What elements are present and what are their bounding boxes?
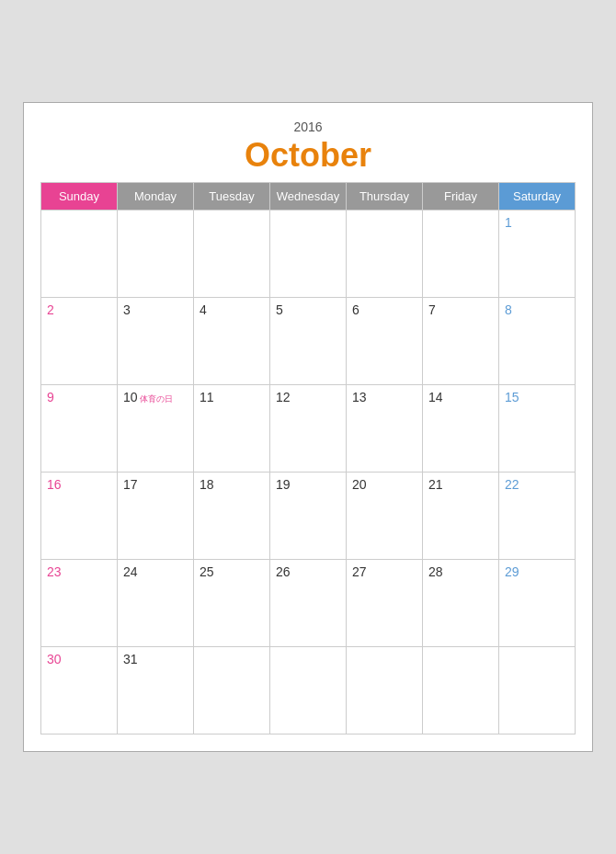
calendar-cell: 15 [499,385,576,473]
calendar-cell: 28 [423,560,499,647]
calendar-cell [423,647,499,734]
calendar-cell [347,211,423,298]
day-number: 23 [47,564,62,579]
day-number: 5 [276,302,283,317]
calendar-cell: 9 [41,385,118,473]
day-number: 17 [123,477,138,492]
calendar-cell: 1 [499,211,576,298]
calendar-cell [270,211,347,298]
calendar-cell: 20 [347,473,423,560]
calendar-cell [423,211,499,298]
day-number: 8 [505,302,512,317]
calendar-cell [118,211,194,298]
day-number: 25 [200,564,214,579]
calendar-cell: 24 [118,560,194,647]
calendar-cell: 13 [347,385,423,473]
calendar-cell [499,647,576,734]
day-number: 18 [200,477,214,492]
calendar-cell [194,647,270,734]
day-number: 22 [505,477,519,492]
calendar-cell: 23 [41,560,118,647]
calendar-cell [194,211,270,298]
calendar-header: 2016 October [40,120,576,175]
header-thursday: Thursday [347,183,423,211]
day-number: 20 [352,477,367,492]
header-saturday: Saturday [499,183,576,211]
day-number: 3 [123,302,131,317]
calendar-cell: 3 [118,298,194,385]
day-number: 13 [352,390,367,404]
day-number: 16 [47,477,62,492]
day-number: 29 [505,564,519,579]
calendar-cell: 8 [499,298,576,385]
calendar-grid: Sunday Monday Tuesday Wednesday Thursday… [40,182,576,734]
calendar-week-row: 16171819202122 [41,473,576,560]
holiday-label: 体育の日 [140,394,173,404]
calendar-cell: 26 [270,560,347,647]
calendar-cell [347,647,423,734]
calendar-week-row: 3031 [41,647,576,734]
calendar-cell: 2 [41,298,118,385]
calendar-cell: 11 [194,385,270,473]
calendar-week-row: 1 [41,211,576,298]
day-number: 24 [123,564,138,579]
calendar-cell: 5 [270,298,347,385]
calendar-cell: 30 [41,647,118,734]
day-number: 12 [276,390,291,404]
calendar-cell: 16 [41,473,118,560]
header-wednesday: Wednesday [270,183,347,211]
calendar-cell: 22 [499,473,576,560]
day-number: 9 [47,390,54,404]
day-number: 4 [200,302,207,317]
day-number: 26 [276,564,291,579]
calendar-month: October [40,136,576,175]
header-monday: Monday [118,183,194,211]
calendar-cell: 18 [194,473,270,560]
calendar-cell: 12 [270,385,347,473]
calendar-cell: 29 [499,560,576,647]
calendar-cell: 31 [118,647,194,734]
calendar-cell: 27 [347,560,423,647]
day-number: 2 [47,302,54,317]
calendar-year: 2016 [40,120,576,134]
day-number: 28 [428,564,443,579]
calendar-cell: 4 [194,298,270,385]
calendar-cell: 19 [270,473,347,560]
day-number: 6 [352,302,359,317]
day-number: 1 [505,215,512,230]
calendar-cell: 17 [118,473,194,560]
day-number: 30 [47,652,62,666]
day-number: 11 [200,390,214,404]
calendar-week-row: 2345678 [41,298,576,385]
day-number: 14 [428,390,443,404]
day-number: 21 [428,477,443,492]
header-tuesday: Tuesday [194,183,270,211]
calendar-cell: 25 [194,560,270,647]
calendar-container: 2016 October Sunday Monday Tuesday Wedne… [23,102,593,752]
header-sunday: Sunday [41,183,118,211]
day-number: 19 [276,477,291,492]
day-number: 27 [352,564,367,579]
header-friday: Friday [423,183,499,211]
calendar-cell: 14 [423,385,499,473]
day-number: 10 [123,390,138,404]
calendar-cell [41,211,118,298]
calendar-week-row: 910体育の日1112131415 [41,385,576,473]
weekday-header-row: Sunday Monday Tuesday Wednesday Thursday… [41,183,576,211]
calendar-cell: 10体育の日 [118,385,194,473]
day-number: 15 [505,390,519,404]
calendar-cell: 21 [423,473,499,560]
day-number: 31 [123,652,138,666]
calendar-cell [270,647,347,734]
day-number: 7 [428,302,436,317]
calendar-cell: 7 [423,298,499,385]
calendar-cell: 6 [347,298,423,385]
calendar-week-row: 23242526272829 [41,560,576,647]
